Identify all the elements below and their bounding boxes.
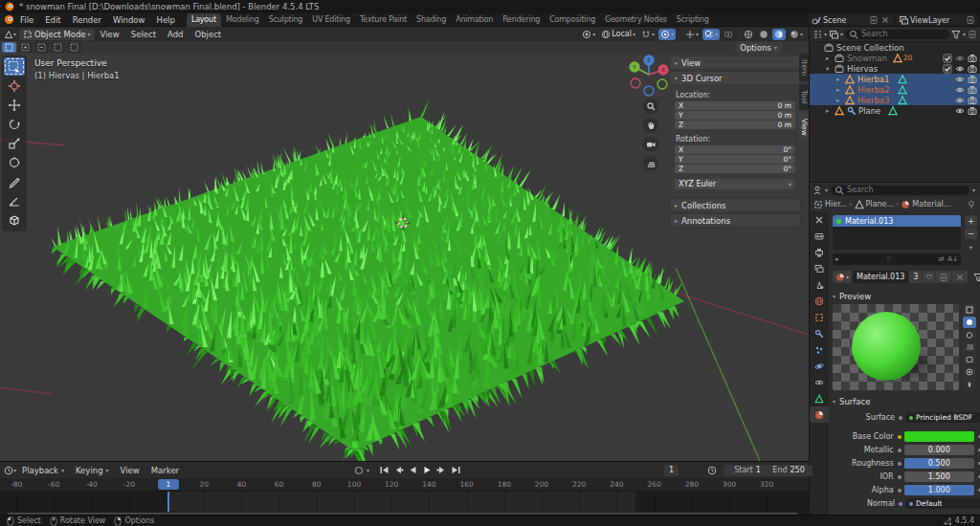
preview-hair-button[interactable] [963, 341, 976, 353]
viewport-menu-object[interactable]: Object [189, 30, 227, 39]
slot-specials-button[interactable]: ▾ [965, 242, 977, 253]
playhead-frame-label[interactable]: 1 [158, 479, 179, 490]
property-value-surface[interactable]: Principled BSDF [905, 412, 980, 423]
cursor-location-y[interactable]: Y0 m [675, 111, 795, 120]
select-mode-extend[interactable] [18, 42, 33, 53]
outliner-row-plane[interactable]: ▸Plane [810, 105, 980, 116]
workspace-tab-geometry-nodes[interactable]: Geometry Nodes [600, 13, 672, 27]
editor-type-icon[interactable] [4, 30, 13, 39]
unlink-material-button[interactable] [952, 271, 968, 283]
eye-dim-toggle[interactable] [955, 54, 965, 63]
tool-select-box[interactable] [4, 57, 25, 76]
properties-tab-viewlayer[interactable] [810, 260, 829, 276]
properties-tab-world[interactable] [810, 293, 829, 309]
workspace-tab-animation[interactable]: Animation [451, 13, 498, 27]
tool-cursor[interactable] [4, 77, 25, 95]
cursor-location-z[interactable]: Z0 m [675, 121, 795, 129]
preview-shaderball-button[interactable] [963, 366, 976, 378]
camera-toggle[interactable] [968, 54, 977, 63]
workspace-tab-modeling[interactable]: Modeling [221, 13, 264, 27]
fake-user-button[interactable]: 🛡 [923, 271, 935, 283]
list-filter-bar[interactable]: ▸⠿⇄A↓ [833, 253, 961, 265]
slot-remove-button[interactable]: − [965, 228, 977, 239]
workspace-tab-shading[interactable]: Shading [412, 13, 451, 27]
properties-tab-modifiers[interactable] [810, 325, 829, 341]
property-value-alpha[interactable]: 1.000 [904, 485, 974, 495]
disclosure-right-icon[interactable]: ▸ [836, 97, 845, 104]
preview-flat-button[interactable] [963, 304, 976, 316]
jump-start-button[interactable] [377, 465, 390, 476]
preview-cloth-button[interactable] [963, 354, 976, 365]
properties-tab-render[interactable] [810, 228, 829, 244]
nav-hand-button[interactable] [643, 118, 658, 133]
workspace-tab-rendering[interactable]: Rendering [498, 13, 545, 27]
properties-editor-icon[interactable] [813, 186, 822, 195]
workspace-tab-layout[interactable]: Layout [187, 13, 221, 27]
timeline-track-area[interactable] [0, 492, 809, 512]
show-overlays-button[interactable]: ▾ [702, 29, 720, 40]
menu-window[interactable]: Window [107, 15, 151, 25]
disclosure-right-icon[interactable]: ▸ [826, 55, 835, 62]
camera-toggle[interactable] [968, 64, 977, 74]
menu-edit[interactable]: Edit [39, 15, 66, 25]
mode-dropdown[interactable]: Object Mode ▾ [19, 29, 95, 40]
slot-add-button[interactable]: + [965, 215, 977, 227]
jump-end-button[interactable] [449, 465, 462, 476]
filter-reverse-icon[interactable]: ⇄ [938, 255, 944, 263]
next-key-button[interactable] [434, 465, 448, 476]
eye-toggle[interactable] [955, 85, 965, 95]
viewport-menu-view[interactable]: View [95, 30, 125, 39]
select-mode-set[interactable] [2, 42, 16, 53]
outliner-options-icon[interactable] [968, 30, 977, 39]
menu-file[interactable]: File [14, 15, 39, 25]
timeline-menu-keying[interactable]: Keying▾ [70, 466, 115, 475]
timeline-menu-marker[interactable]: Marker [145, 466, 185, 475]
outliner-row-hierba3[interactable]: ▸Hierba3 [810, 95, 980, 105]
property-value-base-color[interactable] [904, 431, 974, 442]
eye-toggle[interactable] [955, 64, 965, 74]
use-preview-range-icon[interactable] [707, 466, 717, 475]
preview-cube-button[interactable] [963, 329, 976, 340]
play-button[interactable] [420, 465, 434, 476]
browse-material-button[interactable]: ▾ [833, 271, 852, 283]
select-mode-subtract[interactable] [34, 42, 49, 53]
transform-orientation-button[interactable]: Local▾ [599, 29, 637, 40]
tool-transform[interactable] [4, 153, 25, 171]
workspace-tab-scripting[interactable]: Scripting [672, 13, 714, 27]
preview-fluid-button[interactable] [963, 379, 976, 390]
sidebar-tab-view[interactable]: View [799, 113, 809, 142]
properties-tab-particles[interactable] [810, 341, 829, 358]
sidebar-tab-item[interactable]: Item [799, 54, 809, 81]
options-button[interactable]: Options▾ [735, 42, 782, 53]
viewport-menu-add[interactable]: Add [162, 30, 189, 39]
breadcrumb-material[interactable]: Material... [901, 200, 950, 209]
properties-tab-physics[interactable] [810, 358, 829, 374]
auto-keying-button[interactable] [352, 465, 366, 476]
cursor-location-x[interactable]: X0 m [675, 101, 795, 110]
panel-annotations[interactable]: ▸Annotations [670, 214, 800, 227]
tool-rotate[interactable] [4, 115, 25, 133]
material-filter-button[interactable]: ▾ [971, 271, 980, 283]
properties-tab-scene[interactable] [810, 276, 829, 293]
disclosure-right-icon[interactable]: ▸ [836, 76, 845, 83]
disclosure-right-icon[interactable]: ▸ [826, 107, 835, 115]
tool-scale[interactable] [4, 134, 25, 152]
outliner-row-scene-collection[interactable]: Scene Collection [810, 42, 980, 53]
xray-toggle[interactable] [722, 29, 735, 40]
outliner-row-hiervas[interactable]: ▾Hiervas [810, 63, 980, 74]
eye-toggle[interactable] [955, 106, 965, 116]
current-frame-field[interactable]: 1 [664, 465, 679, 476]
camera-toggle[interactable] [968, 85, 977, 95]
viewport-menu-select[interactable]: Select [125, 30, 162, 39]
playhead-line[interactable] [167, 492, 169, 512]
show-gizmo-button[interactable]: ▾ [683, 29, 701, 40]
workspace-tab-uv-editing[interactable]: UV Editing [307, 13, 355, 27]
property-value-metallic[interactable]: 0.000 [904, 445, 974, 455]
eye-toggle[interactable] [955, 96, 965, 105]
nav-ortho-grid-button[interactable] [643, 156, 658, 171]
preview-panel-header[interactable]: ▾Preview [829, 290, 980, 302]
workspace-tab-texture-paint[interactable]: Texture Paint [355, 13, 412, 27]
unlink-scene-icon[interactable] [880, 15, 890, 25]
checkbox-toggle[interactable] [943, 64, 952, 74]
workspace-tab-sculpting[interactable]: Sculpting [264, 13, 308, 27]
